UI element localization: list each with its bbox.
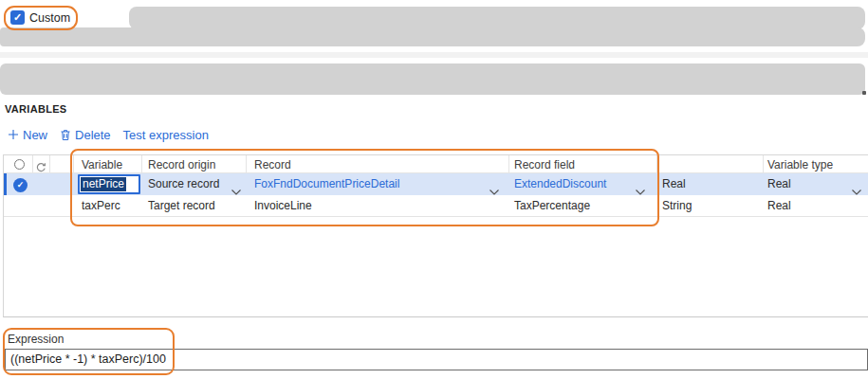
cell-record-field[interactable]: ExtendedDiscount	[514, 177, 606, 190]
checked-checkbox-icon[interactable]: ✓	[10, 10, 25, 25]
cell-record[interactable]: InvoiceLine	[254, 199, 312, 212]
tab-custom-label[interactable]: Custom	[29, 10, 70, 26]
column-header-variable-type[interactable]: Variable type	[767, 158, 833, 171]
column-header-record-origin[interactable]: Record origin	[148, 158, 215, 171]
column-header-record[interactable]: Record	[254, 158, 291, 171]
expression-input[interactable]: ((netPrice * -1) * taxPerc)/100	[5, 349, 868, 370]
redacted-bar-middle	[0, 63, 865, 95]
new-button[interactable]: New	[8, 128, 47, 142]
select-all-circle-icon[interactable]	[14, 159, 25, 170]
grid-toolbar: New Delete Test expression	[8, 126, 209, 143]
delete-button-label: Delete	[75, 128, 111, 142]
trash-icon	[60, 129, 71, 141]
redacted-tab-area	[129, 7, 865, 29]
new-button-label: New	[23, 128, 47, 142]
variable-name-input[interactable]: netPrice	[78, 174, 140, 194]
cell-variable-type[interactable]: Real	[767, 199, 791, 212]
section-title: VARIABLES	[5, 103, 66, 115]
selection-bar	[4, 173, 7, 195]
cell-type: String	[662, 199, 692, 212]
column-header-record-field[interactable]: Record field	[514, 158, 575, 171]
cell-variable[interactable]: taxPerc	[82, 199, 120, 212]
table-row-netprice[interactable]: ✓ netPrice Source record FoxFndDocumentP…	[4, 173, 868, 195]
variables-grid: Variable Record origin Record Record fie…	[3, 154, 868, 317]
redacted-bar-top	[0, 27, 865, 46]
cell-record-origin[interactable]: Target record	[148, 199, 215, 212]
section-divider-band	[0, 52, 868, 58]
table-row-taxperc[interactable]: taxPerc Target record InvoiceLine TaxPer…	[4, 195, 868, 217]
variables-editor-screen: ✓ Custom VARIABLES New Delete Test expre…	[0, 0, 868, 379]
delete-button[interactable]: Delete	[60, 128, 111, 142]
cell-variable-type[interactable]: Real	[767, 177, 791, 190]
plus-icon	[8, 129, 19, 140]
grid-header-row: Variable Record origin Record Record fie…	[4, 155, 868, 173]
test-expression-button[interactable]: Test expression	[123, 128, 209, 142]
column-header-variable[interactable]: Variable	[82, 158, 122, 171]
cell-record[interactable]: FoxFndDocumentPriceDetail	[254, 177, 399, 190]
cell-type: Real	[662, 177, 686, 190]
cell-record-field[interactable]: TaxPercentage	[514, 199, 590, 212]
artifact-dot	[862, 91, 866, 95]
cell-record-origin[interactable]: Source record	[148, 177, 219, 190]
checkmark-circle-icon[interactable]: ✓	[13, 178, 28, 192]
expression-label: Expression	[8, 333, 64, 346]
test-expression-label: Test expression	[123, 128, 209, 142]
variable-name-selected-text: netPrice	[81, 177, 126, 191]
